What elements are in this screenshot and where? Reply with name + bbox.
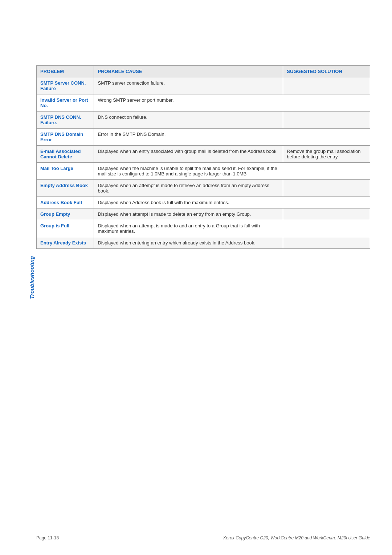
solution-cell xyxy=(283,180,370,197)
main-content: PROBLEM PROBABLE CAUSE SUGGESTED SOLUTIO… xyxy=(36,22,370,249)
cause-cell: Error in the SMTP DNS Domain. xyxy=(94,129,283,146)
problem-cell: Group Empty xyxy=(37,208,94,220)
solution-cell xyxy=(283,220,370,237)
table-row: SMTP Server CONN. FailureSMTP server con… xyxy=(37,77,370,94)
table-row: Mail Too LargeDisplayed when the machine… xyxy=(37,163,370,180)
cause-cell: Wrong SMTP server or port number. xyxy=(94,94,283,112)
solution-cell xyxy=(283,129,370,146)
table-row: SMTP DNS CONN. Failure.DNS connection fa… xyxy=(37,112,370,129)
problem-cell: Group is Full xyxy=(37,220,94,237)
table-row: Empty Address BookDisplayed when an atte… xyxy=(37,180,370,197)
table-row: Entry Already ExistsDisplayed when enter… xyxy=(37,237,370,249)
problem-cell: Mail Too Large xyxy=(37,163,94,180)
cause-cell: Displayed when attempt is made to delete… xyxy=(94,208,283,220)
table-header-row: PROBLEM PROBABLE CAUSE SUGGESTED SOLUTIO… xyxy=(37,66,370,77)
problem-cell: Address Book Full xyxy=(37,197,94,208)
cause-cell: Displayed when an entry associated with … xyxy=(94,146,283,163)
cause-cell: Displayed when an attempt is made to ret… xyxy=(94,180,283,197)
troubleshooting-table: PROBLEM PROBABLE CAUSE SUGGESTED SOLUTIO… xyxy=(36,65,370,249)
solution-cell xyxy=(283,94,370,112)
col-header-problem: PROBLEM xyxy=(37,66,94,77)
table-row: Invalid Server or Port No.Wrong SMTP ser… xyxy=(37,94,370,112)
solution-cell xyxy=(283,197,370,208)
table-row: Address Book FullDisplayed when Address … xyxy=(37,197,370,208)
footer-page-number: Page 11-18 xyxy=(36,535,59,540)
problem-cell: SMTP Server CONN. Failure xyxy=(37,77,94,94)
footer-document-title: Xerox CopyCentre C20, WorkCentre M20 and… xyxy=(223,535,371,540)
cause-cell: DNS connection failure. xyxy=(94,112,283,129)
problem-cell: SMTP DNS Domain Error xyxy=(37,129,94,146)
table-row: E-mail Associated Cannot DeleteDisplayed… xyxy=(37,146,370,163)
cause-cell: SMTP server connection failure. xyxy=(94,77,283,94)
cause-cell: Displayed when entering an entry which a… xyxy=(94,237,283,249)
side-label: Troubleshooting xyxy=(29,256,35,299)
problem-cell: Invalid Server or Port No. xyxy=(37,94,94,112)
solution-cell xyxy=(283,208,370,220)
solution-cell: Remove the group mail association before… xyxy=(283,146,370,163)
solution-cell xyxy=(283,163,370,180)
cause-cell: Displayed when the machine is unable to … xyxy=(94,163,283,180)
problem-cell: E-mail Associated Cannot Delete xyxy=(37,146,94,163)
table-row: Group is FullDisplayed when an attempt i… xyxy=(37,220,370,237)
cause-cell: Displayed when Address book is full with… xyxy=(94,197,283,208)
problem-cell: SMTP DNS CONN. Failure. xyxy=(37,112,94,129)
solution-cell xyxy=(283,112,370,129)
col-header-solution: SUGGESTED SOLUTION xyxy=(283,66,370,77)
solution-cell xyxy=(283,77,370,94)
problem-cell: Entry Already Exists xyxy=(37,237,94,249)
solution-cell xyxy=(283,237,370,249)
cause-cell: Displayed when an attempt is made to add… xyxy=(94,220,283,237)
table-row: Group EmptyDisplayed when attempt is mad… xyxy=(37,208,370,220)
col-header-cause: PROBABLE CAUSE xyxy=(94,66,283,77)
problem-cell: Empty Address Book xyxy=(37,180,94,197)
page-footer: Page 11-18 Xerox CopyCentre C20, WorkCen… xyxy=(36,535,370,540)
table-row: SMTP DNS Domain ErrorError in the SMTP D… xyxy=(37,129,370,146)
page-wrapper: Troubleshooting PROBLEM PROBABLE CAUSE S… xyxy=(0,0,392,555)
